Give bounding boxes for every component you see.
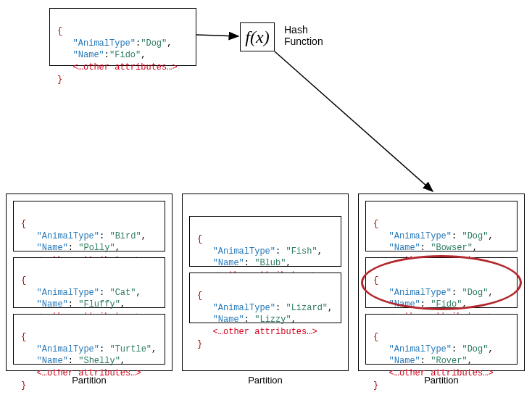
partition-3-record-2: { "AnimalType": "Dog", "Name": "Fido", <… [365, 257, 518, 308]
partition-1-record-3: { "AnimalType": "Turtle", "Name": "Shell… [13, 314, 165, 365]
arrow-input-to-hash [196, 35, 238, 36]
input-record-box: { "AnimalType":"Dog", "Name":"Fido", <…o… [49, 8, 196, 66]
hash-function-label: Hash Function [284, 24, 323, 47]
input-record-json: { "AnimalType":"Dog", "Name":"Fido", <…o… [50, 9, 196, 91]
partition-2-record-2: { "AnimalType": "Lizard", "Name": "Lizzy… [189, 273, 341, 323]
partition-3-label: Partition [358, 375, 525, 386]
partition-2-label: Partition [182, 375, 349, 386]
diagram-canvas: { "AnimalType":"Dog", "Name":"Fido", <…o… [0, 0, 532, 395]
partition-1-label: Partition [6, 375, 173, 386]
hash-function-symbol: f(x) [245, 28, 269, 47]
partition-1-record-2: { "AnimalType": "Cat", "Name": "Fluffy",… [13, 257, 165, 308]
arrow-hash-to-partition-3 [275, 51, 433, 191]
partition-3-record-1: { "AnimalType": "Dog", "Name": "Bowser",… [365, 201, 518, 251]
partition-1-record-1: { "AnimalType": "Bird", "Name": "Polly",… [13, 201, 165, 251]
hash-function-box: f(x) [240, 22, 275, 51]
partition-3-record-3: { "AnimalType": "Dog", "Name": "Rover", … [365, 314, 518, 365]
partition-2-record-1: { "AnimalType": "Fish", "Name": "Blub", … [189, 216, 341, 267]
